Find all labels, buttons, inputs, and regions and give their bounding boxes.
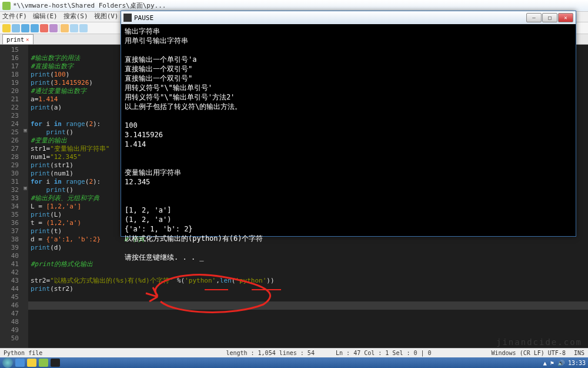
statusbar: Python file length : 1,054 lines : 54 Ln…	[0, 348, 588, 357]
system-tray[interactable]: ▲ ⚑ 🔊 13:33	[543, 360, 586, 366]
paste-icon[interactable]	[79, 24, 88, 32]
console-window: PAUSE — □ ✕ 输出字符串 用单引号输出字符串 直接输出一个单引号'a …	[121, 11, 576, 237]
tray-flag-icon[interactable]: ⚑	[550, 360, 554, 366]
console-output: 输出字符串 用单引号输出字符串 直接输出一个单引号'a 直接输出一个双引号" 直…	[121, 24, 576, 264]
max-button[interactable]: □	[542, 13, 557, 22]
copy-icon[interactable]	[70, 24, 78, 32]
save-icon[interactable]	[21, 24, 29, 32]
close-icon[interactable]	[40, 24, 48, 32]
tab-label: print	[6, 37, 24, 43]
watermark: jinandcide.com	[496, 337, 582, 347]
menu-view[interactable]: 视图(V)	[94, 12, 119, 22]
min-button[interactable]: —	[526, 13, 542, 22]
open-icon[interactable]	[12, 24, 20, 32]
tab-print[interactable]: print ✕	[2, 34, 34, 44]
app-titlebar: *\\vmware-host\Shared Folders\桌面\py...	[0, 0, 588, 12]
start-button[interactable]	[2, 357, 13, 368]
menu-edit[interactable]: 编辑(E)	[33, 12, 58, 22]
new-icon[interactable]	[2, 24, 11, 32]
task-ie-icon[interactable]	[15, 359, 25, 367]
tray-arrow-icon[interactable]: ▲	[543, 360, 547, 366]
status-length: length : 1,054 lines : 54	[226, 350, 315, 356]
cmd-icon	[123, 14, 132, 22]
task-explorer-icon[interactable]	[27, 359, 36, 367]
menu-search[interactable]: 搜索(S)	[64, 12, 88, 22]
close-button[interactable]: ✕	[558, 13, 573, 22]
menu-file[interactable]: 文件(F)	[2, 12, 27, 22]
saveall-icon[interactable]	[31, 24, 39, 32]
print-icon[interactable]	[49, 24, 58, 32]
clock[interactable]: 13:33	[568, 360, 586, 366]
console-titlebar[interactable]: PAUSE — □ ✕	[121, 11, 576, 24]
task-npp-icon[interactable]	[39, 359, 48, 367]
app-icon	[2, 2, 11, 10]
tray-vol-icon[interactable]: 🔊	[557, 360, 564, 366]
fold-gutter: ▣▣	[22, 45, 28, 348]
tab-close-icon[interactable]: ✕	[26, 37, 29, 42]
console-title-text: PAUSE	[134, 14, 526, 22]
status-filetype: Python file	[4, 350, 166, 356]
task-cmd-icon[interactable]	[51, 359, 60, 367]
sep	[59, 24, 59, 32]
status-ins: INS	[574, 350, 584, 356]
line-gutter: 1516171819202122232425262728293031323334…	[0, 45, 22, 348]
status-pos: Ln : 47 Col : 1 Sel : 0 | 0	[336, 350, 432, 356]
taskbar: ▲ ⚑ 🔊 13:33	[0, 357, 588, 368]
cut-icon[interactable]	[61, 24, 69, 32]
status-encoding: Windows (CR LF) UTF-8	[492, 350, 566, 356]
window-title: *\\vmware-host\Shared Folders\桌面\py...	[13, 1, 166, 10]
